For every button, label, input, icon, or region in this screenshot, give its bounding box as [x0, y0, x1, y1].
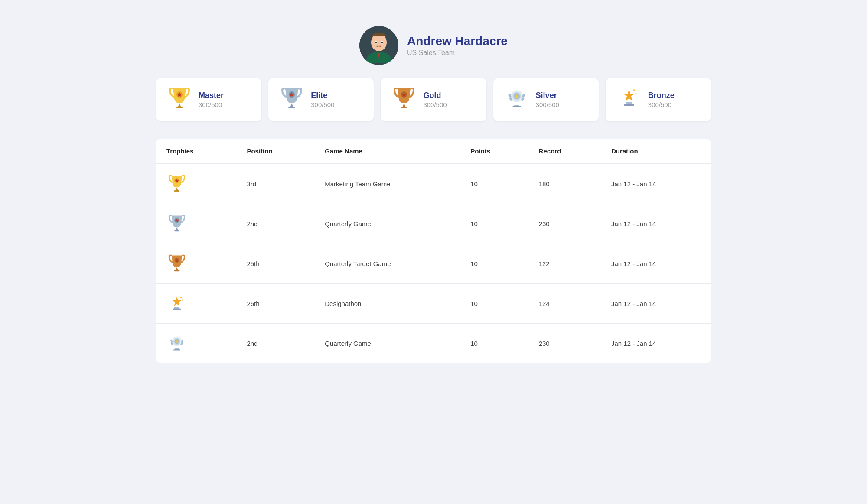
svg-point-25	[635, 93, 636, 94]
col-record: Record	[528, 139, 601, 164]
bronze-trophy-icon	[616, 85, 642, 114]
badges-section: Master 300/500	[156, 78, 711, 121]
row-3-position: 26th	[236, 284, 314, 324]
row-0-trophy	[156, 164, 236, 204]
row-0-position: 3rd	[236, 164, 314, 204]
row-2-trophy	[156, 244, 236, 284]
col-duration: Duration	[601, 139, 711, 164]
badge-bronze-info: Bronze 300/500	[648, 91, 675, 108]
row-0-points: 10	[460, 164, 528, 204]
col-position: Position	[236, 139, 314, 164]
svg-rect-12	[401, 107, 407, 108]
master-trophy-icon	[166, 85, 192, 114]
svg-rect-22	[624, 104, 634, 106]
row-3-trophy	[156, 284, 236, 324]
row-1-trophy	[156, 204, 236, 244]
svg-point-1	[371, 34, 387, 51]
row-1-duration: Jan 12 - Jan 14	[601, 204, 711, 244]
svg-point-5	[381, 42, 383, 44]
row-4-position: 2nd	[236, 324, 314, 364]
svg-rect-6	[176, 107, 183, 108]
table-section: Trophies Position Game Name Points Recor…	[156, 139, 711, 363]
page-container: Andrew Hardacre US Sales Team Master	[130, 0, 737, 380]
row-3-game: Designathon	[314, 284, 460, 324]
row-3-record: 124	[528, 284, 601, 324]
row-4-duration: Jan 12 - Jan 14	[601, 324, 711, 364]
row-2-game: Quarterly Target Game	[314, 244, 460, 284]
row-2-points: 10	[460, 244, 528, 284]
svg-point-4	[375, 42, 377, 44]
row-1-points: 10	[460, 204, 528, 244]
col-game-name: Game Name	[314, 139, 460, 164]
row-1-record: 230	[528, 204, 601, 244]
badge-elite-info: Elite 300/500	[311, 91, 334, 108]
row-2-duration: Jan 12 - Jan 14	[601, 244, 711, 284]
svg-rect-32	[174, 270, 180, 271]
table-header-row: Trophies Position Game Name Points Recor…	[156, 139, 711, 164]
profile-team: US Sales Team	[407, 49, 508, 57]
row-0-record: 180	[528, 164, 601, 204]
badge-elite: Elite 300/500	[268, 78, 374, 121]
profile-name: Andrew Hardacre	[407, 34, 508, 48]
table-row: 25thQuarterly Target Game10122Jan 12 - J…	[156, 244, 711, 284]
row-0-game: Marketing Team Game	[314, 164, 460, 204]
badge-silver-name: Silver	[536, 91, 559, 100]
badge-bronze: Bronze 300/500	[606, 78, 711, 121]
svg-rect-9	[288, 107, 295, 108]
row-3-points: 10	[460, 284, 528, 324]
row-4-game: Quarterly Game	[314, 324, 460, 364]
badge-gold-name: Gold	[423, 91, 447, 100]
table-row: 2ndQuarterly Game10230Jan 12 - Jan 14	[156, 324, 711, 364]
svg-marker-37	[172, 297, 182, 306]
row-1-game: Quarterly Game	[314, 204, 460, 244]
badge-master-name: Master	[199, 91, 224, 100]
badge-elite-name: Elite	[311, 91, 334, 100]
badge-master-progress: 300/500	[199, 101, 224, 108]
badge-gold: Gold 300/500	[381, 78, 486, 121]
gold-trophy-icon	[391, 85, 417, 114]
row-0-duration: Jan 12 - Jan 14	[601, 164, 711, 204]
badge-gold-progress: 300/500	[423, 101, 447, 108]
row-4-record: 230	[528, 324, 601, 364]
col-trophies: Trophies	[156, 139, 236, 164]
badge-silver: Silver 300/500	[493, 78, 599, 121]
svg-rect-45	[173, 349, 180, 350]
profile-info: Andrew Hardacre US Sales Team	[407, 34, 508, 57]
badge-master-info: Master 300/500	[199, 91, 224, 108]
row-3-duration: Jan 12 - Jan 14	[601, 284, 711, 324]
row-4-points: 10	[460, 324, 528, 364]
row-1-position: 2nd	[236, 204, 314, 244]
avatar	[359, 26, 398, 65]
svg-rect-26	[174, 190, 180, 192]
svg-rect-36	[173, 309, 181, 310]
row-2-record: 122	[528, 244, 601, 284]
row-4-trophy	[156, 324, 236, 364]
table-row: 3rdMarketing Team Game10180Jan 12 - Jan …	[156, 164, 711, 204]
table-row: 2ndQuarterly Game10230Jan 12 - Jan 14	[156, 204, 711, 244]
badge-elite-progress: 300/500	[311, 101, 334, 108]
svg-rect-29	[174, 230, 180, 231]
badge-gold-info: Gold 300/500	[423, 91, 447, 108]
svg-marker-23	[623, 89, 635, 101]
col-points: Points	[460, 139, 528, 164]
silver-trophy-icon	[504, 85, 530, 114]
svg-point-38	[180, 297, 182, 298]
svg-point-39	[182, 299, 183, 300]
badge-bronze-progress: 300/500	[648, 101, 675, 108]
svg-rect-20	[512, 106, 521, 107]
trophies-table: Trophies Position Game Name Points Recor…	[156, 139, 711, 363]
profile-section: Andrew Hardacre US Sales Team	[156, 17, 711, 78]
badge-bronze-name: Bronze	[648, 91, 675, 100]
badge-silver-progress: 300/500	[536, 101, 559, 108]
svg-point-24	[633, 89, 635, 91]
badge-silver-info: Silver 300/500	[536, 91, 559, 108]
table-row: 26thDesignathon10124Jan 12 - Jan 14	[156, 284, 711, 324]
badge-master: Master 300/500	[156, 78, 261, 121]
row-2-position: 25th	[236, 244, 314, 284]
elite-trophy-icon	[279, 85, 305, 114]
